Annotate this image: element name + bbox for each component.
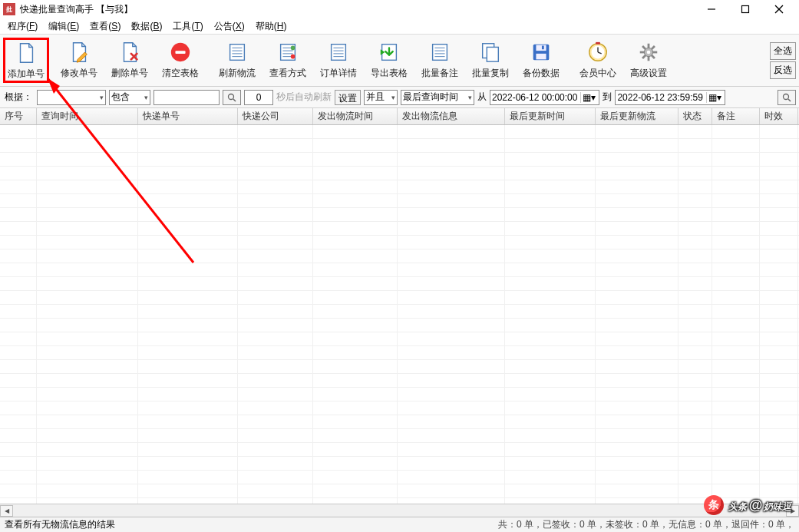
status-right: 共：0 单，已签收：0 单，未签收：0 单，无信息：0 单，退回件：0 单， [498, 518, 794, 531]
table-row[interactable] [0, 236, 799, 249]
svg-point-49 [647, 51, 651, 55]
match-combo[interactable]: 包含▾ [109, 90, 150, 105]
table-row[interactable] [0, 153, 799, 167]
doc-delete-icon [117, 39, 143, 65]
batch-copy-button[interactable]: 批量复制 [465, 38, 516, 83]
column-header[interactable]: 最后更新物流 [596, 108, 678, 124]
menu-s[interactable]: 查看(S) [85, 18, 125, 35]
table-row[interactable] [0, 222, 799, 236]
svg-line-53 [788, 99, 791, 101]
auto-refresh-label: 秒后自动刷新 [276, 91, 332, 104]
settings-button[interactable]: 设置 [335, 90, 361, 105]
table-row[interactable] [0, 374, 799, 388]
column-header[interactable]: 查询时间 [37, 108, 138, 124]
list-detail-icon [325, 39, 352, 65]
svg-line-48 [652, 46, 655, 49]
table-row[interactable] [0, 484, 799, 498]
table-row[interactable] [0, 443, 799, 457]
close-button[interactable] [762, 0, 796, 18]
select-all-button[interactable]: 全选 [770, 42, 796, 60]
view-mode-button[interactable]: 查看方式 [262, 38, 313, 83]
column-header[interactable]: 发出物流时间 [313, 108, 398, 124]
menu-f[interactable]: 程序(F) [3, 18, 42, 35]
table-row[interactable] [0, 457, 799, 471]
table-row[interactable] [0, 360, 799, 374]
menu-b[interactable]: 数据(B) [127, 18, 167, 35]
column-header[interactable]: 最后更新时间 [505, 108, 596, 124]
member-center-button[interactable]: 会员中心 [573, 38, 623, 83]
table-row[interactable] [0, 291, 799, 305]
table-row[interactable] [0, 388, 799, 401]
order-detail-button[interactable]: 订单详情 [313, 38, 364, 83]
scroll-right-button[interactable]: ▶ [786, 505, 799, 517]
list-view-icon [275, 39, 301, 65]
table-row[interactable] [0, 332, 799, 346]
advanced-settings-button[interactable]: 高级设置 [623, 38, 674, 83]
table-row[interactable] [0, 498, 799, 504]
table-row[interactable] [0, 471, 799, 484]
table-row[interactable] [0, 194, 799, 208]
table-row[interactable] [0, 249, 799, 263]
column-header[interactable]: 序号 [0, 108, 37, 124]
svg-line-42 [652, 55, 655, 58]
app-icon: 批 [3, 3, 15, 15]
to-date-picker[interactable]: 2022-06-12 23:59:59▦▾ [615, 90, 725, 105]
table-row[interactable] [0, 319, 799, 332]
maximize-button[interactable] [728, 0, 762, 18]
table-row[interactable] [0, 429, 799, 443]
add-order-button[interactable]: 添加单号 [3, 38, 49, 83]
column-header[interactable]: 快递公司 [238, 108, 313, 124]
grid-header: 序号查询时间快递单号快递公司发出物流时间发出物流信息最后更新时间最后更新物流状态… [0, 108, 799, 125]
column-header[interactable]: 状态 [678, 108, 712, 124]
status-bar: 查看所有无物流信息的结果 共：0 单，已签收：0 单，未签收：0 单，无信息：0… [0, 517, 799, 532]
table-row[interactable] [0, 167, 799, 180]
grid-body[interactable] [0, 125, 799, 504]
table-row[interactable] [0, 208, 799, 222]
edit-order-button[interactable]: 修改单号 [54, 38, 104, 83]
table-row[interactable] [0, 180, 799, 194]
menu-h[interactable]: 帮助(H) [251, 18, 292, 35]
menu-t[interactable]: 工具(T) [168, 18, 207, 35]
from-date-picker[interactable]: 2022-06-12 00:00:00▦▾ [490, 90, 599, 105]
column-header[interactable]: 时效 [760, 108, 798, 124]
menu-e[interactable]: 编辑(E) [44, 18, 84, 35]
clear-table-button[interactable]: 清空表格 [155, 38, 206, 83]
svg-line-51 [233, 99, 236, 101]
copy-icon [477, 39, 504, 65]
svg-point-52 [784, 94, 789, 99]
backup-data-button[interactable]: 备份数据 [516, 38, 566, 83]
field-combo[interactable]: ▾ [37, 90, 106, 105]
menu-bar: 程序(F)编辑(E)查看(S)数据(B)工具(T)公告(X)帮助(H) [0, 18, 799, 34]
refresh-count-input[interactable] [244, 90, 273, 105]
table-row[interactable] [0, 346, 799, 360]
refresh-logistics-button[interactable]: 刷新物流 [212, 38, 262, 83]
search-input[interactable] [154, 90, 220, 105]
export-table-button[interactable]: 导出表格 [364, 38, 414, 83]
export-icon [376, 39, 402, 65]
and-combo[interactable]: 并且▾ [364, 90, 398, 105]
table-row[interactable] [0, 415, 799, 429]
table-row[interactable] [0, 263, 799, 277]
column-header[interactable]: 快递单号 [138, 108, 238, 124]
table-row[interactable] [0, 139, 799, 153]
clock-icon [585, 39, 611, 65]
column-header[interactable]: 备注 [712, 108, 760, 124]
delete-order-button[interactable]: 删除单号 [104, 38, 155, 83]
table-row[interactable] [0, 125, 799, 139]
table-row[interactable] [0, 305, 799, 319]
table-row[interactable] [0, 277, 799, 291]
time-field-combo[interactable]: 最后查询时间▾ [401, 90, 474, 105]
batch-remark-button[interactable]: 批量备注 [414, 38, 465, 83]
invert-select-button[interactable]: 反选 [770, 61, 796, 79]
minimize-button[interactable] [695, 0, 728, 18]
search-button[interactable] [223, 90, 241, 105]
horizontal-scrollbar[interactable]: ◀ ▶ [0, 504, 799, 517]
svg-rect-6 [230, 45, 245, 61]
filter-bar: 根据： ▾ 包含▾ 秒后自动刷新 设置 并且▾ 最后查询时间▾ 从 2022-0… [0, 87, 799, 108]
scroll-left-button[interactable]: ◀ [0, 505, 13, 517]
menu-x[interactable]: 公告(X) [210, 18, 249, 35]
svg-rect-5 [175, 51, 185, 54]
filter-search-button[interactable] [778, 90, 796, 105]
column-header[interactable]: 发出物流信息 [398, 108, 505, 124]
table-row[interactable] [0, 401, 799, 415]
